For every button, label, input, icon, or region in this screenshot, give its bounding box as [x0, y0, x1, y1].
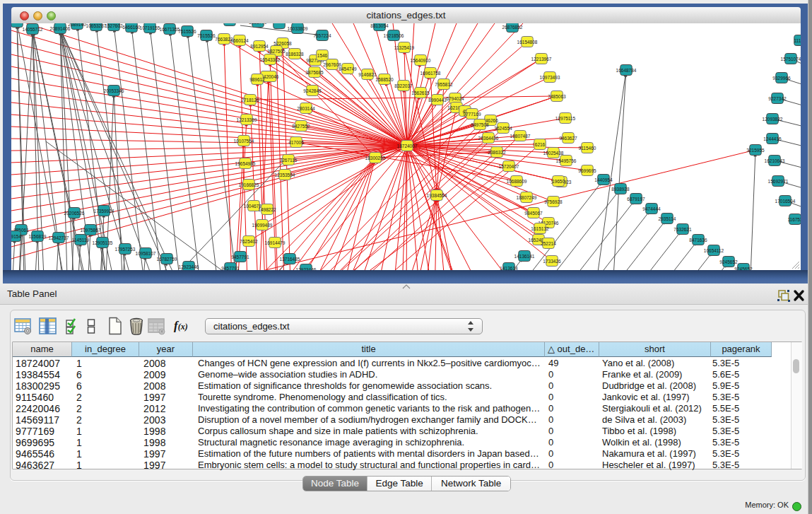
svg-text:1440954: 1440954	[594, 177, 613, 182]
svg-text:252214: 252214	[541, 241, 556, 246]
svg-text:20206526: 20206526	[64, 211, 85, 216]
svg-text:10807487: 10807487	[510, 134, 531, 139]
svg-text:12923446: 12923446	[296, 267, 317, 271]
svg-text:8471636: 8471636	[689, 238, 707, 243]
svg-text:16648784: 16648784	[616, 68, 637, 73]
svg-text:9115460: 9115460	[579, 146, 596, 151]
svg-text:116753: 116753	[787, 217, 801, 222]
svg-text:6879197: 6879197	[627, 197, 645, 201]
svg-text:9242848: 9242848	[303, 88, 322, 93]
svg-text:12975115: 12975115	[555, 116, 576, 121]
svg-text:8660124: 8660124	[230, 38, 249, 43]
svg-text:8454749: 8454749	[339, 66, 357, 71]
svg-text:10107554: 10107554	[234, 139, 254, 144]
svg-text:19099489: 19099489	[252, 223, 273, 228]
svg-text:14055712: 14055712	[23, 27, 43, 32]
svg-text:7955812: 7955812	[435, 82, 453, 87]
svg-text:6497508: 6497508	[471, 122, 489, 127]
svg-text:12923446: 12923446	[179, 264, 199, 269]
svg-text:3215955: 3215955	[746, 148, 765, 153]
svg-text:18300295: 18300295	[365, 156, 386, 160]
svg-text:9227342: 9227342	[768, 96, 787, 101]
svg-text:10654112: 10654112	[704, 248, 724, 253]
svg-text:9457791: 9457791	[231, 255, 249, 259]
svg-text:5226058: 5226058	[273, 41, 292, 46]
svg-text:39154: 39154	[11, 234, 21, 239]
svg-text:2803144: 2803144	[297, 106, 315, 111]
svg-text:1562615: 1562615	[411, 90, 430, 95]
svg-text:16033809: 16033809	[288, 26, 308, 31]
svg-text:7625402: 7625402	[240, 239, 258, 244]
svg-text:12213967: 12213967	[531, 57, 552, 62]
svg-text:7515526: 7515526	[178, 29, 196, 34]
svg-text:1156819: 1156819	[29, 234, 47, 239]
svg-text:12942737: 12942737	[49, 235, 69, 240]
svg-text:8813054: 8813054	[370, 23, 389, 28]
svg-text:16914479: 16914479	[265, 240, 286, 245]
svg-text:2935114: 2935114	[659, 216, 676, 221]
svg-text:16782759: 16782759	[157, 257, 177, 262]
svg-text:17957253: 17957253	[115, 247, 136, 252]
svg-text:20891406: 20891406	[50, 26, 71, 31]
svg-text:7485063: 7485063	[548, 94, 566, 99]
svg-text:9777169: 9777169	[463, 112, 481, 117]
svg-text:19654985: 19654985	[235, 161, 256, 166]
svg-text:16961758: 16961758	[420, 71, 441, 76]
svg-text:19166825: 19166825	[239, 182, 259, 187]
svg-text:1527602: 1527602	[105, 23, 123, 28]
svg-text:8990443: 8990443	[428, 98, 447, 103]
svg-text:8133779: 8133779	[249, 23, 267, 25]
svg-text:12905135: 12905135	[93, 240, 113, 245]
svg-text:26876852: 26876852	[502, 25, 523, 30]
svg-text:9699695: 9699695	[578, 168, 596, 173]
svg-text:9827505: 9827505	[267, 49, 286, 54]
svg-text:2089140: 2089140	[68, 23, 86, 27]
svg-text:20053346: 20053346	[104, 88, 124, 93]
svg-text:1733426: 1733426	[543, 259, 561, 264]
svg-text:9245652: 9245652	[719, 259, 738, 264]
svg-text:6216: 6216	[535, 142, 546, 147]
svg-text:1546: 1546	[317, 53, 328, 58]
svg-text:8186328: 8186328	[286, 52, 304, 57]
svg-text:3267115: 3267115	[280, 158, 298, 163]
svg-text:20364436: 20364436	[478, 136, 499, 141]
svg-text:19650: 19650	[552, 179, 565, 184]
svg-text:9845067: 9845067	[524, 211, 543, 216]
svg-text:15720407: 15720407	[499, 164, 519, 169]
svg-text:19218506: 19218506	[384, 33, 404, 38]
svg-text:9474444: 9474444	[642, 206, 661, 211]
svg-text:9146821: 9146821	[358, 72, 377, 77]
svg-text:1244415: 1244415	[763, 136, 782, 141]
svg-text:9463627: 9463627	[559, 136, 577, 141]
svg-text:18807249: 18807249	[517, 195, 537, 200]
svg-text:16154808: 16154808	[517, 40, 538, 45]
svg-text:1498222: 1498222	[258, 207, 276, 212]
svg-text:8938928: 8938928	[611, 187, 630, 192]
svg-text:12213369: 12213369	[237, 117, 257, 122]
svg-text:7632621: 7632621	[673, 227, 692, 232]
svg-text:10973493: 10973493	[540, 75, 560, 80]
svg-text:16543362: 16543362	[260, 57, 281, 62]
svg-text:10653287: 10653287	[86, 23, 107, 28]
svg-text:11325419: 11325419	[394, 45, 415, 50]
svg-text:12093822: 12093822	[763, 117, 783, 122]
svg-text:17359924: 17359924	[94, 209, 114, 214]
svg-text:1413614: 1413614	[500, 266, 518, 271]
svg-text:17016504: 17016504	[775, 199, 796, 204]
svg-text:9245652: 9245652	[734, 267, 753, 271]
svg-text:1145119: 1145119	[72, 238, 90, 243]
svg-text:16210643: 16210643	[765, 158, 785, 163]
svg-text:3875685: 3875685	[305, 70, 324, 75]
svg-text:989612: 989612	[249, 77, 265, 82]
svg-text:3624554: 3624554	[494, 126, 512, 131]
svg-text:18724007: 18724007	[397, 144, 418, 148]
svg-text:7515526: 7515526	[197, 33, 216, 38]
svg-text:14136141: 14136141	[514, 254, 535, 259]
svg-text:19384554: 19384554	[427, 193, 447, 198]
svg-text:15751074: 15751074	[781, 57, 801, 62]
svg-text:6794024: 6794024	[446, 96, 464, 101]
svg-text:8322037: 8322037	[394, 83, 413, 88]
svg-text:1588520: 1588520	[375, 77, 394, 82]
svg-text:1615132: 1615132	[531, 226, 549, 231]
svg-text:11121: 11121	[794, 38, 801, 43]
